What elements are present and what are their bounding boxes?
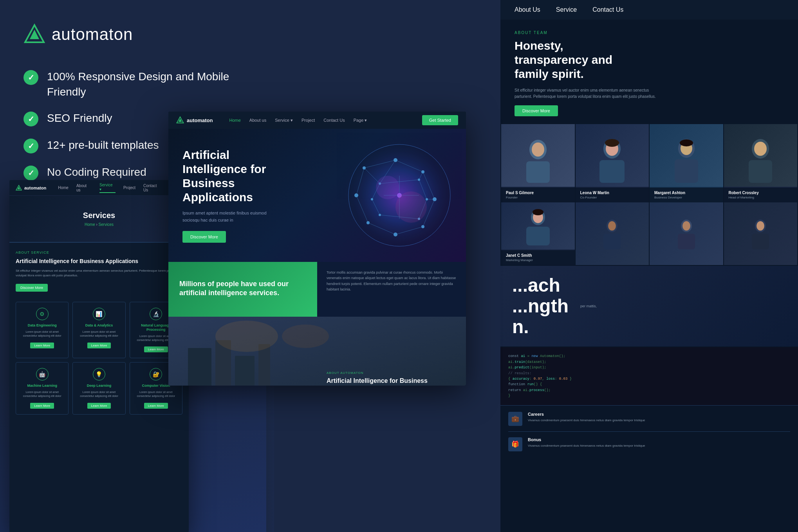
team-card-overlay-2: Leona W Martin Co-Founder	[576, 188, 649, 202]
ai-nav-page[interactable]: Page ▾	[354, 118, 367, 123]
ai-nav-cta-button[interactable]: Get Started	[422, 115, 458, 125]
learn-more-btn-3[interactable]: Learn More	[144, 346, 168, 352]
team-card-partial-3	[650, 202, 723, 265]
team-grid-row1: Paul S Gilmore Founder Leona W Martin Co…	[500, 124, 798, 202]
service-card-desc-1: Lorem ipsum dolor sit amet consectetur a…	[20, 330, 64, 338]
careers-icon: 💼	[508, 412, 522, 426]
team-member-photo-2	[576, 124, 649, 187]
team-member-role-3: Business Developer	[654, 196, 719, 199]
svg-point-77	[682, 221, 690, 231]
services-nav-project[interactable]: Project	[123, 186, 135, 190]
service-card-5: 💡 Deep Learning Lorem ipsum dolor sit am…	[72, 362, 125, 414]
svg-point-56	[532, 142, 544, 157]
ai-stats-right: Tortor mollis accumsan gravida pulvinar …	[317, 262, 466, 317]
services-nav-contact[interactable]: Contact Us	[143, 184, 162, 192]
team-card-overlay-5: Janet C Smith Marketing Manager	[501, 250, 575, 265]
feature-item: 100% Responsive Design and Mobile Friend…	[23, 69, 251, 99]
ai-nav-home[interactable]: Home	[229, 118, 240, 123]
check-icon-2	[23, 112, 38, 126]
svg-point-35	[354, 193, 358, 197]
svg-rect-73	[603, 234, 621, 249]
services-nav-service[interactable]: Service ▾	[99, 183, 116, 193]
ai-stats-left: Millions of people have used our artific…	[168, 262, 317, 317]
ai-nav-project[interactable]: Project	[302, 118, 315, 123]
team-nav-about-us[interactable]: About Us	[515, 6, 540, 13]
service-card-4: 🤖 Machine Learning Lorem ipsum dolor sit…	[16, 362, 69, 414]
team-title: Honesty, transparency and family spirit.	[515, 39, 624, 81]
careers-content: Careers Vivamus condimentum praesent dui…	[528, 412, 645, 423]
careers-desc: Vivamus condimentum praesent duis himena…	[528, 418, 645, 423]
team-member-photo-1	[501, 124, 575, 187]
learn-more-btn-5[interactable]: Learn More	[87, 403, 111, 409]
reach-word-1: ...ach	[512, 275, 569, 296]
check-icon-1	[23, 70, 38, 85]
brand-logo: automaton	[23, 23, 251, 45]
svg-point-42	[371, 198, 373, 200]
learn-more-btn-6[interactable]: Learn More	[144, 403, 168, 409]
feature-text-2: SEO Friendly	[47, 110, 112, 126]
ai-nav: automaton Home About us Service ▾ Projec…	[168, 112, 466, 129]
check-icon-3	[23, 139, 38, 153]
svg-point-67	[754, 142, 767, 156]
ai-nav-contact[interactable]: Contact Us	[323, 118, 345, 123]
brand-name: automaton	[52, 25, 133, 44]
svg-point-53	[282, 325, 329, 348]
bonus-content: Bonus Vivamus condimentum praesent duis …	[528, 437, 645, 448]
svg-point-34	[367, 221, 370, 224]
team-card-overlay-4: Robert Crossley Head of Marketing	[724, 188, 798, 202]
service-card-icon-6: 🔐	[150, 368, 162, 381]
ai-hero-cta-button[interactable]: Discover More	[182, 231, 226, 243]
svg-point-32	[421, 225, 424, 228]
svg-point-29	[394, 158, 397, 162]
about-service-tag: ABOUT SERVICE	[16, 251, 182, 254]
logo-icon	[23, 23, 45, 45]
svg-point-44	[376, 176, 399, 199]
team-card-partial-2	[576, 202, 649, 265]
services-hero-title: Services	[83, 211, 115, 220]
service-card-desc-2: Lorem ipsum dolor sit amet consectetur a…	[77, 330, 121, 338]
service-card-desc-5: Lorem ipsum dolor sit amet consectetur a…	[77, 390, 121, 398]
team-member-role-2: Co-Founder	[580, 196, 645, 199]
services-hero: Services Home › Services	[9, 196, 189, 243]
services-nav-about[interactable]: About us	[76, 184, 92, 192]
reach-word-3: n.	[512, 317, 569, 337]
services-nav-home[interactable]: Home	[58, 186, 69, 190]
service-card-title-4: Machine Learning	[20, 384, 64, 388]
team-window: About Us Service Contact Us ABOUT TEAM H…	[500, 0, 798, 532]
services-cards-row2: 🤖 Machine Learning Lorem ipsum dolor sit…	[16, 362, 182, 414]
bonus-desc: Vivamus condimentum praesent duis himena…	[528, 444, 645, 448]
svg-point-30	[421, 170, 424, 173]
ai-stats-right-text: Tortor mollis accumsan gravida pulvinar …	[327, 270, 457, 292]
team-discover-button[interactable]: Discover More	[515, 105, 558, 116]
learn-more-btn-1[interactable]: Learn More	[30, 343, 54, 348]
check-icon-4	[23, 166, 38, 180]
ai-hero-content: Artificial Intelligence for Business App…	[168, 148, 294, 242]
careers-title: Careers	[528, 412, 645, 417]
team-card-3: Margaret Ashton Business Developer	[650, 124, 723, 202]
code-line-2: ai.train(dataset);	[508, 359, 790, 365]
discover-more-button[interactable]: Discover More	[16, 284, 48, 292]
service-card-icon-2: 📊	[93, 308, 105, 320]
team-member-name-3: Margaret Ashton	[654, 191, 719, 195]
ai-nav-service[interactable]: Service ▾	[275, 118, 293, 123]
team-member-name-5: Janet C Smith	[506, 253, 570, 258]
feature-text-4: No Coding Required	[47, 164, 146, 180]
team-nav-contact[interactable]: Contact Us	[592, 6, 623, 13]
ai-stats-left-text: Millions of people have used our artific…	[179, 280, 306, 298]
code-line-3: ai.predict(input);	[508, 365, 790, 370]
team-description: Sit efficitur integer vivamus vel auctor…	[515, 87, 663, 100]
service-card-title-2: Data & Analytics	[77, 323, 121, 328]
learn-more-btn-4[interactable]: Learn More	[30, 403, 54, 409]
ai-hero-title: Artificial Intelligence for Business App…	[182, 148, 280, 204]
team-placeholder-3	[650, 202, 723, 265]
team-nav-service[interactable]: Service	[556, 6, 577, 13]
ai-nav-logo: automaton	[176, 116, 213, 124]
careers-section: 💼 Careers Vivamus condimentum praesent d…	[500, 405, 798, 458]
svg-rect-48	[235, 356, 255, 386]
service-card-desc-6: Lorem ipsum dolor sit amet consectetur a…	[134, 390, 178, 398]
svg-point-60	[605, 139, 619, 147]
learn-more-btn-2[interactable]: Learn More	[87, 343, 111, 348]
ai-nav-about[interactable]: About us	[249, 118, 266, 123]
ai-bottom-overlay: ABOUT AUTOMATON Artificial Intelligence …	[317, 363, 466, 386]
team-member-photo-3	[650, 124, 723, 187]
